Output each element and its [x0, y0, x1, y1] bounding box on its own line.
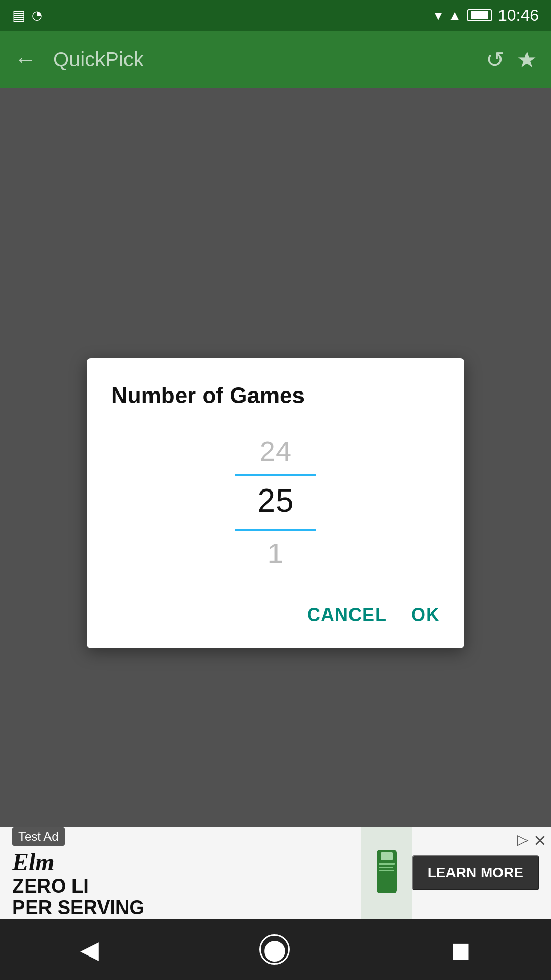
- ad-close-icon[interactable]: ✕: [533, 831, 547, 850]
- status-time: 10:46: [498, 6, 539, 25]
- sim-card-icon: ▤: [12, 7, 26, 24]
- spinner-above: 24: [260, 429, 291, 474]
- ad-text-line1: ZERO LI: [12, 876, 349, 897]
- app-bar: ← QuickPick ↺ ★: [0, 31, 551, 88]
- cancel-button[interactable]: CANCEL: [307, 600, 387, 630]
- status-bar: ▤ ◔ ▾ ▲ 10:46: [0, 0, 551, 31]
- dialog-actions: CANCEL OK: [111, 600, 440, 630]
- app-title: QuickPick: [49, 48, 473, 71]
- refresh-button[interactable]: ↺: [486, 46, 505, 72]
- nav-bar: ◀ ⬤ ◼: [0, 919, 551, 980]
- svg-rect-3: [379, 867, 393, 868]
- spinner-below: 1: [267, 531, 283, 576]
- sync-icon: ◔: [32, 8, 42, 22]
- wifi-icon: ▾: [435, 7, 442, 24]
- ok-button[interactable]: OK: [411, 600, 440, 630]
- nav-back-icon[interactable]: ◀: [80, 935, 99, 964]
- star-button[interactable]: ★: [517, 46, 537, 72]
- ad-product-image: [361, 827, 412, 919]
- status-bar-right: ▾ ▲ 10:46: [435, 6, 539, 25]
- nav-recents-icon[interactable]: ◼: [450, 935, 471, 964]
- ad-banner: Test Ad Elm ZERO LI PER SERVING LEARN MO…: [0, 827, 551, 919]
- learn-more-button[interactable]: LEARN MORE: [412, 855, 539, 890]
- back-button[interactable]: ←: [14, 46, 37, 72]
- ad-text-line2: PER SERVING: [12, 897, 349, 919]
- svg-rect-2: [379, 863, 395, 865]
- status-bar-left: ▤ ◔: [12, 7, 42, 24]
- ad-brand: Elm: [12, 848, 349, 876]
- ad-badge: Test Ad: [12, 827, 65, 846]
- dialog-title: Number of Games: [111, 383, 440, 408]
- battery-icon: [467, 9, 492, 21]
- dialog-backdrop: Number of Games 24 25 1 CANCEL OK: [0, 88, 551, 919]
- svg-rect-4: [379, 870, 394, 871]
- number-spinner[interactable]: 24 25 1: [111, 429, 440, 576]
- spinner-selected: 25: [257, 476, 293, 526]
- ad-arrow-icon: ▷: [517, 831, 529, 848]
- nav-home-icon[interactable]: ⬤: [259, 934, 290, 965]
- svg-rect-1: [381, 852, 393, 860]
- ad-left-content: Test Ad Elm ZERO LI PER SERVING: [0, 827, 361, 919]
- number-of-games-dialog: Number of Games 24 25 1 CANCEL OK: [87, 358, 464, 649]
- signal-icon: ▲: [448, 8, 461, 23]
